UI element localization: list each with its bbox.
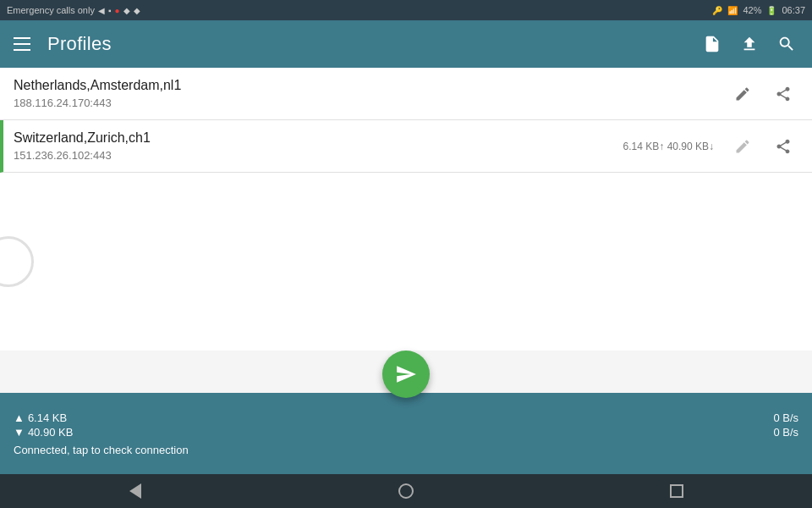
wifi-icon: 📶	[727, 6, 738, 15]
recording-icon: ●	[114, 6, 119, 15]
app-bar-actions: +	[700, 32, 798, 56]
lock-icon: 🔑	[712, 6, 722, 15]
edit-profile-button[interactable]	[727, 131, 758, 162]
download-arrow-icon: ▼	[14, 426, 25, 439]
svg-text:+: +	[710, 43, 714, 52]
upload-arrow-icon: ▲	[14, 411, 25, 424]
home-icon	[398, 483, 414, 499]
status-bar: Emergency calls only ◀ ▪ ● ◆ ◆ 🔑 📶 42% 🔋…	[0, 0, 812, 20]
search-button[interactable]	[775, 32, 798, 56]
profile-ip: 151.236.26.102:443	[14, 149, 623, 162]
profile-name: Netherlands,Amsterdam,nl1	[14, 78, 727, 93]
share-profile-button[interactable]	[768, 131, 798, 162]
sim-icon: ▪	[108, 6, 112, 15]
back-icon	[129, 483, 141, 499]
status-bar-right: 🔑 📶 42% 🔋 06:37	[712, 5, 805, 15]
page-title: Profiles	[47, 33, 683, 55]
recents-icon	[670, 484, 683, 498]
upload-speed: 0 B/s	[773, 411, 798, 424]
clock: 06:37	[782, 5, 805, 15]
profile-info: Netherlands,Amsterdam,nl1 188.116.24.170…	[14, 78, 727, 109]
decorative-circle	[0, 236, 34, 287]
recents-button[interactable]	[660, 474, 694, 508]
emergency-calls-text: Emergency calls only	[7, 5, 95, 15]
app-bar: Profiles +	[0, 20, 812, 68]
edit-profile-button[interactable]	[727, 79, 758, 109]
bottom-status-bar[interactable]: ▲ 6.14 KB ▼ 40.90 KB 0 B/s 0 B/s Connect…	[0, 393, 812, 474]
battery-text: 42%	[743, 5, 761, 15]
signal-icon: ◀	[98, 6, 105, 15]
empty-area	[0, 173, 812, 351]
upload-button[interactable]	[738, 32, 761, 56]
profile-info: Switzerland,Zurich,ch1 151.236.26.102:44…	[14, 130, 623, 162]
download-amount: 40.90 KB	[28, 426, 74, 439]
status-stats: ▲ 6.14 KB ▼ 40.90 KB 0 B/s 0 B/s	[14, 411, 798, 439]
add-profile-button[interactable]: +	[700, 32, 724, 56]
nfc-icon: ◆	[123, 6, 130, 15]
profile-actions: 6.14 KB↑ 40.90 KB↓	[623, 131, 798, 162]
home-button[interactable]	[389, 474, 423, 508]
profile-list: Netherlands,Amsterdam,nl1 188.116.24.170…	[0, 68, 812, 351]
profile-name: Switzerland,Zurich,ch1	[14, 130, 623, 146]
share-profile-button[interactable]	[768, 79, 798, 109]
nav-bar	[0, 474, 812, 508]
traffic-stats-left: ▲ 6.14 KB ▼ 40.90 KB	[14, 411, 73, 439]
traffic-stats-right: 0 B/s 0 B/s	[773, 411, 798, 439]
status-bar-left: Emergency calls only ◀ ▪ ● ◆ ◆	[7, 5, 140, 15]
profile-actions	[727, 79, 798, 109]
location-icon: ◆	[134, 6, 140, 15]
profile-ip: 188.116.24.170:443	[14, 97, 727, 109]
battery-icon: 🔋	[766, 6, 776, 15]
upload-stat: ▲ 6.14 KB	[14, 411, 73, 424]
connect-fab[interactable]	[382, 351, 430, 398]
active-profile-item[interactable]: Switzerland,Zurich,ch1 151.236.26.102:44…	[0, 120, 812, 173]
upload-amount: 6.14 KB	[28, 411, 67, 424]
back-button[interactable]	[118, 474, 152, 508]
connection-status-message: Connected, tap to check connection	[14, 444, 798, 456]
profile-item[interactable]: Netherlands,Amsterdam,nl1 188.116.24.170…	[0, 68, 812, 120]
download-stat: ▼ 40.90 KB	[14, 426, 73, 439]
profile-stats: 6.14 KB↑ 40.90 KB↓	[623, 141, 714, 152]
download-speed: 0 B/s	[773, 426, 798, 439]
hamburger-menu-button[interactable]	[14, 37, 30, 51]
